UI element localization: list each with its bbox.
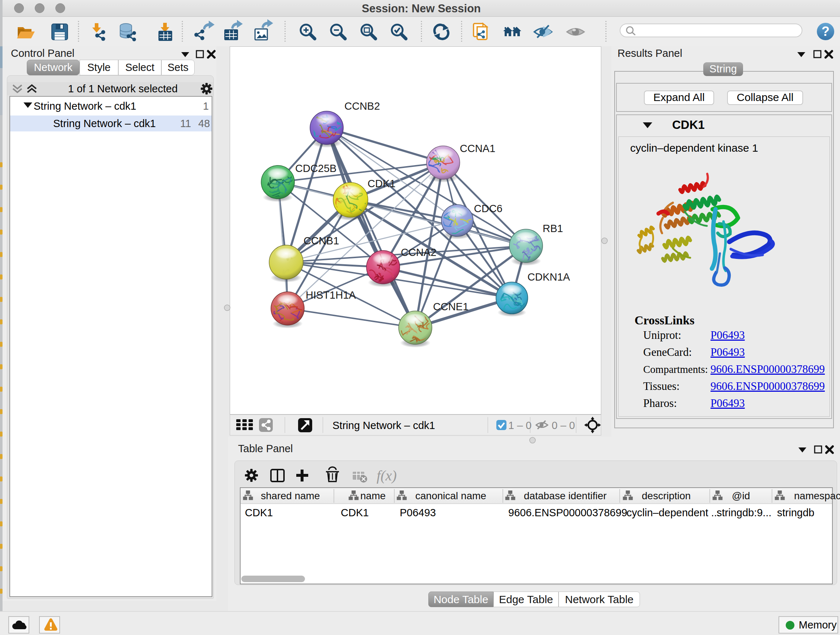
svg-text:HIST1H1A: HIST1H1A bbox=[306, 289, 356, 301]
svg-text:RB1: RB1 bbox=[543, 223, 563, 234]
svg-text:CDC25B: CDC25B bbox=[295, 163, 336, 174]
svg-text:CCNB1: CCNB1 bbox=[303, 235, 339, 247]
svg-text:CCNA2: CCNA2 bbox=[401, 247, 436, 258]
svg-text:f(x): f(x) bbox=[377, 467, 397, 484]
svg-text:CDK1: CDK1 bbox=[368, 178, 395, 189]
svg-text:CCNE1: CCNE1 bbox=[433, 301, 469, 312]
svg-text:?: ? bbox=[821, 24, 829, 39]
svg-text:CCNB2: CCNB2 bbox=[344, 100, 380, 112]
svg-text:CDC6: CDC6 bbox=[474, 203, 502, 214]
svg-text:CCNA1: CCNA1 bbox=[460, 143, 495, 154]
svg-text:CDKN1A: CDKN1A bbox=[527, 271, 570, 283]
